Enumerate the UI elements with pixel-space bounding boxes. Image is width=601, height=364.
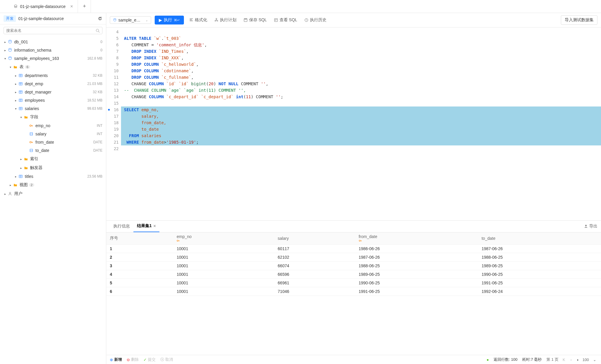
line-number[interactable]: 5 xyxy=(106,35,121,42)
table-row[interactable]: 310001660741988-06-251989-06-25 xyxy=(106,261,601,270)
new-tab-button[interactable]: + xyxy=(78,0,91,13)
cell[interactable]: 1987-06-26 xyxy=(355,253,478,261)
tree-row-视图[interactable]: ▸视图2 xyxy=(0,181,106,189)
code-line[interactable]: -- CHANGE COLUMN `age` `age` int(11) COM… xyxy=(121,87,601,94)
column-header-to_date[interactable]: to_date xyxy=(478,232,601,245)
caret-right-icon[interactable]: ▸ xyxy=(4,40,6,43)
code-line[interactable]: to_date xyxy=(121,126,601,132)
code-line[interactable]: DROP COLUMN `cdotinname`, xyxy=(121,68,601,74)
commit-button[interactable]: ✓ 提交 xyxy=(143,357,156,362)
tree-row-db_001[interactable]: ▸db_0010 xyxy=(0,38,106,46)
cell[interactable]: 10001 xyxy=(173,253,274,261)
cell[interactable]: 1989-06-25 xyxy=(478,261,601,270)
table-row[interactable]: 510001669611990-06-251991-06-25 xyxy=(106,278,601,287)
save-sql-button[interactable]: 保存 SQL xyxy=(242,16,269,24)
tree-row-sample_employees_163[interactable]: ▾sample_employees_163162.8 MB xyxy=(0,54,106,63)
caret-right-icon[interactable]: ▸ xyxy=(19,158,22,160)
tree-row-salary[interactable]: ▸salaryINT xyxy=(0,130,106,138)
line-number[interactable]: 18 xyxy=(106,119,121,126)
view-sql-button[interactable]: 查看 SQL xyxy=(272,16,299,24)
code-line[interactable]: from_date, xyxy=(121,119,601,126)
cell[interactable]: 1990-06-25 xyxy=(478,270,601,278)
cell[interactable]: 1991-06-25 xyxy=(355,287,478,296)
cell[interactable]: 62102 xyxy=(274,253,355,261)
database-select[interactable]: sample_e… ⌄ xyxy=(110,16,151,24)
code-line[interactable]: SELECT emp_no, xyxy=(121,106,601,113)
cell[interactable]: 1987-06-26 xyxy=(478,244,601,253)
explain-plan-button[interactable]: 执行计划 xyxy=(213,16,238,24)
line-number[interactable]: 8 xyxy=(106,55,121,61)
tree-row-dept_manager[interactable]: ▸dept_manager32 KB xyxy=(0,88,106,96)
column-header-序号[interactable]: 序号 xyxy=(106,232,173,245)
line-number[interactable]: 7 xyxy=(106,48,121,55)
cell[interactable]: 2 xyxy=(106,253,173,261)
code-line[interactable]: DROP INDEX `IND_XXX`, xyxy=(121,55,601,61)
line-number[interactable]: 17 xyxy=(106,113,121,119)
code-line[interactable] xyxy=(121,100,601,106)
code-line[interactable]: CHANGE COLUMN `id` `id` bigint(20) NOT N… xyxy=(121,81,601,87)
cell[interactable]: 1990-06-25 xyxy=(355,278,478,287)
caret-right-icon[interactable]: ▸ xyxy=(4,192,6,195)
tree-row-departments[interactable]: ▸departments32 KB xyxy=(0,71,106,80)
table-row[interactable]: 210001621021987-06-261988-06-25 xyxy=(106,253,601,261)
cell[interactable]: 4 xyxy=(106,270,173,278)
line-number[interactable]: 22 xyxy=(106,145,121,152)
delete-row-button[interactable]: ⊖ 删除 xyxy=(127,357,139,362)
cell[interactable]: 5 xyxy=(106,278,173,287)
code-line[interactable]: ALTER TABLE `w`.`t_003` xyxy=(121,35,601,42)
cell[interactable]: 10001 xyxy=(173,278,274,287)
table-row[interactable]: 410001665961989-06-251990-06-25 xyxy=(106,270,601,278)
search-input[interactable] xyxy=(6,28,96,33)
first-page-button[interactable]: K xyxy=(561,358,566,362)
search-icon[interactable] xyxy=(96,29,100,33)
code-line[interactable] xyxy=(121,145,601,152)
line-number[interactable]: 11 xyxy=(106,74,121,81)
tree-row-from_date[interactable]: ▸from_dateDATE xyxy=(0,138,106,146)
caret-right-icon[interactable]: ▸ xyxy=(4,49,6,52)
sql-editor[interactable]: 45678910111213141516171819202122 ALTER T… xyxy=(106,27,601,221)
editor-tab[interactable]: 01-jz-sample-datasource × xyxy=(9,0,78,13)
line-number[interactable]: 14 xyxy=(106,94,121,100)
cell[interactable]: 1991-06-25 xyxy=(478,278,601,287)
caret-right-icon[interactable]: ▸ xyxy=(19,166,22,169)
code-line[interactable]: DROP INDEX `IND_Times`, xyxy=(121,48,601,55)
column-header-from_date[interactable]: from_date xyxy=(355,232,478,245)
line-number[interactable]: 16 xyxy=(106,106,121,113)
result-set-tab[interactable]: 结果集1 × xyxy=(133,221,159,232)
tree-row-to_date[interactable]: ▸to_dateDATE xyxy=(0,146,106,155)
cell[interactable]: 66961 xyxy=(274,278,355,287)
exec-info-tab[interactable]: 执行信息 xyxy=(110,221,133,232)
tree-row-用户[interactable]: ▸用户 xyxy=(0,189,106,198)
cell[interactable]: 1989-06-25 xyxy=(355,270,478,278)
line-number[interactable]: 12 xyxy=(106,81,121,87)
cell[interactable]: 66074 xyxy=(274,261,355,270)
line-number[interactable]: 13 xyxy=(106,87,121,94)
close-result-icon[interactable]: × xyxy=(153,224,156,228)
code-line[interactable] xyxy=(121,29,601,35)
caret-right-icon[interactable]: ▸ xyxy=(14,82,17,85)
format-button[interactable]: 格式化 xyxy=(187,16,209,24)
caret-down-icon[interactable]: ▾ xyxy=(19,116,22,119)
tree-row-触发器[interactable]: ▸触发器 xyxy=(0,163,106,172)
caret-right-icon[interactable]: ▸ xyxy=(14,74,17,77)
history-button[interactable]: 执行历史 xyxy=(303,16,328,24)
line-number[interactable]: 19 xyxy=(106,126,121,132)
line-number[interactable]: 4 xyxy=(106,29,121,35)
line-number[interactable]: 6 xyxy=(106,42,121,48)
code-line[interactable]: DROP COLUMN `c_fullname`, xyxy=(121,74,601,81)
line-number[interactable]: 15 xyxy=(106,100,121,106)
line-number[interactable]: 9 xyxy=(106,61,121,68)
prev-page-button[interactable]: ‹ xyxy=(569,358,573,362)
export-button[interactable]: 导出 xyxy=(584,224,597,229)
caret-down-icon[interactable]: ▾ xyxy=(9,65,12,68)
next-page-button[interactable]: › xyxy=(576,358,579,362)
run-button[interactable]: ▶ 执行 ⌘↵ xyxy=(155,16,184,24)
line-number[interactable]: 20 xyxy=(106,132,121,139)
tree-row-information_schema[interactable]: ▸information_schema0 xyxy=(0,46,106,54)
page-size-chevron-icon[interactable]: ⌄ xyxy=(592,358,597,362)
cell[interactable]: 1 xyxy=(106,244,173,253)
caret-right-icon[interactable]: ▸ xyxy=(9,183,12,186)
close-tab-icon[interactable]: × xyxy=(70,4,73,9)
line-number[interactable]: 21 xyxy=(106,139,121,145)
column-header-emp_no[interactable]: emp_no xyxy=(173,232,274,245)
